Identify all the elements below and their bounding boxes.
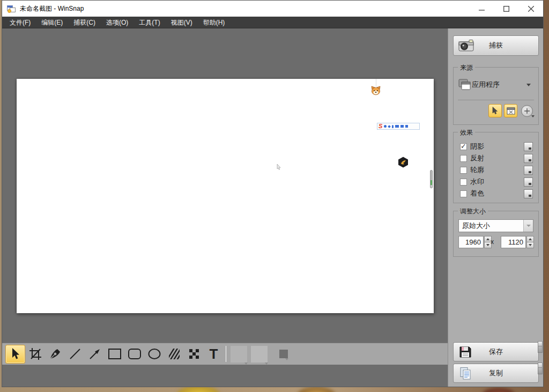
menu-file[interactable]: 文件(F) bbox=[2, 17, 36, 28]
sogou-keyboard-icon bbox=[395, 125, 399, 128]
source-group-title: 来源 bbox=[458, 63, 475, 72]
ellipsis-icon bbox=[529, 171, 531, 173]
menu-edit[interactable]: 编辑(E) bbox=[36, 17, 68, 28]
application-windows-icon bbox=[458, 78, 472, 91]
window-controls bbox=[469, 1, 543, 17]
swatch-dropdown-icon bbox=[285, 358, 288, 360]
line-width-swatch[interactable] bbox=[279, 350, 288, 358]
shadow-checkbox[interactable] bbox=[460, 143, 467, 150]
resize-separator-label: x bbox=[491, 238, 494, 246]
source-dropdown[interactable]: 应用程序 bbox=[458, 75, 534, 94]
fill-color-swatch[interactable] bbox=[231, 346, 247, 363]
menu-options[interactable]: 选项(O) bbox=[101, 17, 133, 28]
dropdown-arrow-icon bbox=[531, 115, 535, 117]
arrow-icon bbox=[88, 347, 101, 360]
up-arrow-icon bbox=[486, 238, 489, 240]
sidebar: 捕获 来源 应用程序 bbox=[448, 28, 543, 387]
tool-arrow[interactable] bbox=[85, 345, 105, 364]
minimize-button[interactable] bbox=[469, 1, 494, 17]
menubar: 文件(F) 编辑(E) 捕获(C) 选项(O) 工具(T) 视图(V) 帮助(H… bbox=[2, 17, 543, 28]
ellipse-icon bbox=[147, 347, 161, 360]
save-split-handle[interactable] bbox=[538, 341, 543, 353]
up-arrow-icon bbox=[529, 238, 532, 240]
desktop-object bbox=[298, 387, 335, 392]
colorize-checkbox[interactable] bbox=[460, 190, 467, 197]
copy-button[interactable]: 复制 bbox=[453, 364, 539, 383]
sogou-punct-icon bbox=[388, 125, 391, 128]
menu-view[interactable]: 视图(V) bbox=[166, 17, 198, 28]
capture-window-toggle[interactable] bbox=[504, 104, 517, 117]
colorize-settings-button[interactable] bbox=[524, 189, 533, 198]
effect-row-shadow: 阴影 bbox=[460, 142, 533, 151]
sogou-mic-icon bbox=[392, 125, 394, 128]
ellipsis-icon bbox=[529, 195, 531, 197]
reflection-checkbox[interactable] bbox=[460, 155, 467, 162]
stroke-color-swatch[interactable] bbox=[251, 346, 268, 363]
tool-highlight-hatch[interactable] bbox=[164, 345, 184, 364]
pixelate-icon bbox=[188, 347, 201, 360]
shadow-settings-button[interactable] bbox=[524, 142, 533, 151]
desktop-object bbox=[483, 388, 515, 392]
ellipsis-icon bbox=[529, 147, 531, 150]
sogou-input-bar: S bbox=[377, 123, 420, 130]
menu-capture[interactable]: 捕获(C) bbox=[68, 17, 101, 28]
captured-screenshot[interactable]: S bbox=[17, 79, 434, 313]
height-input[interactable] bbox=[501, 236, 526, 248]
tool-pixelate[interactable] bbox=[184, 345, 204, 364]
height-spin-up[interactable] bbox=[526, 236, 534, 242]
menu-help[interactable]: 帮助(H) bbox=[198, 17, 231, 28]
watermark-settings-button[interactable] bbox=[524, 177, 533, 187]
outline-label: 轮廓 bbox=[470, 165, 484, 175]
hexagon-bird-logo bbox=[398, 157, 409, 168]
dropdown-arrow-button[interactable] bbox=[523, 220, 533, 232]
sogou-skin-icon bbox=[400, 125, 404, 128]
titlebar: 未命名截图 - WinSnap bbox=[2, 1, 543, 17]
app-icon bbox=[7, 4, 16, 13]
sogou-logo: S bbox=[379, 123, 382, 129]
plus-icon bbox=[524, 108, 530, 114]
tool-pen[interactable] bbox=[45, 345, 65, 364]
sogou-toolbox-icon bbox=[405, 125, 408, 128]
watermark-label: 水印 bbox=[470, 177, 484, 187]
tool-ellipse[interactable] bbox=[144, 345, 164, 364]
watermark-checkbox[interactable] bbox=[460, 179, 467, 186]
height-spin-down[interactable] bbox=[526, 242, 534, 248]
menu-tools[interactable]: 工具(T) bbox=[133, 17, 165, 28]
width-input[interactable] bbox=[458, 236, 484, 248]
tool-rectangle[interactable] bbox=[105, 345, 124, 364]
height-spinner bbox=[501, 236, 534, 248]
window-icon bbox=[507, 107, 515, 115]
colorize-label: 着色 bbox=[470, 189, 484, 198]
swatch-dropdown-icon bbox=[265, 363, 268, 365]
resize-preset-dropdown[interactable]: 原始大小 bbox=[458, 219, 533, 232]
outline-checkbox[interactable] bbox=[460, 167, 467, 174]
rectangle-icon bbox=[108, 347, 122, 360]
copy-split-handle[interactable] bbox=[538, 363, 543, 374]
tool-select[interactable] bbox=[5, 345, 25, 364]
sogou-mode-icon bbox=[384, 125, 387, 128]
capture-button[interactable]: 捕获 bbox=[453, 35, 539, 56]
maximize-button[interactable] bbox=[494, 1, 518, 17]
resize-group: 调整大小 原始大小 x bbox=[453, 211, 539, 257]
ellipsis-icon bbox=[529, 159, 531, 161]
save-button-label: 保存 bbox=[454, 347, 538, 357]
tool-rounded-rectangle[interactable] bbox=[124, 345, 144, 364]
close-button[interactable] bbox=[518, 1, 543, 17]
cursor-icon bbox=[492, 107, 499, 115]
outline-settings-button[interactable] bbox=[524, 166, 533, 175]
tool-crop[interactable] bbox=[25, 345, 45, 364]
shiba-emoji bbox=[371, 86, 381, 95]
window-title: 未命名截图 - WinSnap bbox=[20, 4, 84, 13]
save-button[interactable]: 保存 bbox=[453, 342, 539, 361]
resize-preset-value: 原始大小 bbox=[462, 221, 490, 231]
add-source-button[interactable] bbox=[521, 105, 533, 117]
down-arrow-icon bbox=[529, 244, 532, 246]
reflection-settings-button[interactable] bbox=[524, 154, 533, 163]
tool-line[interactable] bbox=[65, 345, 85, 364]
down-arrow-icon bbox=[486, 244, 489, 246]
effect-row-watermark: 水印 bbox=[460, 177, 533, 186]
capture-cursor-toggle[interactable] bbox=[488, 104, 502, 117]
toolbar-separator bbox=[226, 346, 226, 362]
source-separator bbox=[458, 100, 534, 100]
tool-text[interactable]: T bbox=[204, 345, 224, 364]
